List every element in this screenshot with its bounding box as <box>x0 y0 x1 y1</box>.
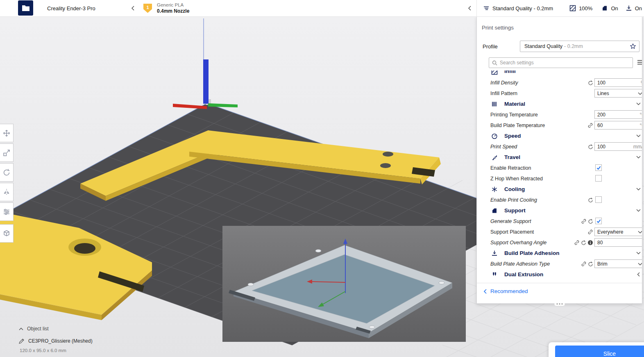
panel-title: Print settings <box>482 25 514 31</box>
setting-checkbox[interactable] <box>595 218 602 224</box>
object-list-panel: Object list CE3PRO_Glissiere (Meshed) 12… <box>19 326 93 353</box>
revert-icon[interactable] <box>588 144 593 150</box>
chevron-down-icon <box>638 263 642 266</box>
slice-button[interactable]: Slice <box>555 346 644 357</box>
setting-row-infill-density[interactable]: Infill Density100% <box>477 77 642 88</box>
move-tool-button[interactable] <box>0 124 14 142</box>
setting-row-icons <box>568 197 593 203</box>
setting-row-print-speed[interactable]: Print Speed100mm/s <box>477 141 642 152</box>
left-toolbar <box>0 124 14 244</box>
setting-row-icons <box>568 143 593 150</box>
object-list-toggle[interactable]: Object list <box>19 326 93 332</box>
z-axis <box>203 59 209 104</box>
chevron-up-icon <box>19 327 23 330</box>
settings-menu-icon[interactable] <box>637 60 642 65</box>
link-icon[interactable] <box>587 123 593 128</box>
print-settings-summary[interactable]: Standard Quality - 0.2mm 100% On On <box>476 0 644 16</box>
star-icon <box>630 43 636 49</box>
info-icon[interactable] <box>587 240 593 246</box>
rotate-tool-button[interactable] <box>0 163 14 182</box>
setting-dropdown[interactable]: Lines <box>594 89 642 98</box>
open-file-button[interactable] <box>18 0 33 16</box>
recommended-button[interactable]: Recommended <box>483 288 528 294</box>
infill-category-icon <box>491 70 498 75</box>
setting-row-enable-print-cooling[interactable]: Enable Print Cooling <box>477 195 642 205</box>
setting-value-field[interactable]: 60°C <box>594 121 642 130</box>
adhesion-category-icon <box>491 250 498 257</box>
material-name: Generic PLA <box>157 2 189 8</box>
revert-icon[interactable] <box>581 240 586 246</box>
setting-row-generate-support[interactable]: Generate Support <box>477 216 642 227</box>
search-placeholder: Search settings <box>500 60 534 66</box>
per-model-settings-button[interactable] <box>0 202 14 221</box>
setting-row-printing-temperature[interactable]: Printing Temperature200°C <box>477 109 642 120</box>
setting-checkbox[interactable] <box>595 196 602 203</box>
setting-value-field[interactable]: 80° <box>594 238 642 247</box>
revert-icon[interactable] <box>588 198 593 203</box>
category-row-adhesion[interactable]: Build Plate Adhesion <box>477 248 642 259</box>
revert-icon[interactable] <box>588 80 593 86</box>
category-row-cooling[interactable]: Cooling <box>477 184 642 195</box>
setting-row-enable-retraction[interactable]: Enable Retraction <box>477 163 642 173</box>
support-blocker-button[interactable] <box>0 224 14 243</box>
object-list-item[interactable]: CE3PRO_Glissiere (Meshed) <box>19 338 93 344</box>
panel-collapse-button[interactable] <box>463 0 476 16</box>
setting-row-build-plate-temperature[interactable]: Build Plate Temperature60°C <box>477 120 642 131</box>
setting-label: Printing Temperature <box>490 112 538 118</box>
profile-dropdown[interactable]: Standard Quality - 0.2mm <box>520 41 639 52</box>
summary-profile: Standard Quality - 0.2mm <box>483 5 553 11</box>
setting-row-build-plate-adhesion-type[interactable]: Build Plate Adhesion TypeBrim <box>477 259 642 269</box>
link-icon[interactable] <box>587 229 593 235</box>
setting-row-support-overhang-angle[interactable]: Support Overhang Angle80° <box>477 237 642 248</box>
search-settings-input[interactable]: Search settings <box>489 57 633 68</box>
category-row-infill[interactable]: Infill <box>477 70 642 77</box>
setting-row-icons <box>568 229 593 235</box>
setting-label: Enable Retraction <box>490 165 531 171</box>
category-label: Dual Extrusion <box>504 271 543 277</box>
setting-label: Print Speed <box>490 144 517 150</box>
setting-value-field[interactable]: 100% <box>594 78 642 87</box>
adhesion-icon <box>626 5 632 11</box>
revert-icon[interactable] <box>588 261 593 267</box>
category-row-travel[interactable]: Travel <box>477 152 642 163</box>
link-icon[interactable] <box>574 240 580 246</box>
chevron-down-icon <box>636 188 641 191</box>
link-icon[interactable] <box>581 261 587 267</box>
rotate-icon <box>2 168 11 177</box>
travel-category-icon <box>491 154 498 161</box>
material-selector[interactable]: 1 Generic PLA 0.4mm Nozzle <box>143 0 189 16</box>
model-preview-inset <box>222 226 466 342</box>
x-axis <box>173 104 207 109</box>
setting-dropdown[interactable]: Everywhere <box>594 227 642 236</box>
move-icon <box>2 129 11 137</box>
search-icon <box>492 60 497 66</box>
folder-icon <box>22 5 30 11</box>
revert-icon[interactable] <box>588 219 593 224</box>
setting-dropdown[interactable]: Brim <box>594 259 642 268</box>
chevron-down-icon <box>638 92 642 95</box>
scale-tool-button[interactable] <box>0 143 14 162</box>
printer-name: Creality Ender-3 Pro <box>47 5 95 11</box>
category-row-material[interactable]: Material <box>477 99 642 109</box>
setting-row-icons <box>568 239 593 246</box>
setting-row-icons <box>568 261 593 267</box>
summary-infill: 100% <box>569 5 592 11</box>
setting-row-support-placement[interactable]: Support PlacementEverywhere <box>477 227 642 237</box>
setting-label: Enable Print Cooling <box>490 197 537 203</box>
setting-checkbox[interactable] <box>595 164 602 171</box>
setting-value-field[interactable]: 200°C <box>594 110 642 119</box>
category-row-speed[interactable]: Speed <box>477 131 642 141</box>
setting-value-field[interactable]: 100mm/s <box>594 142 642 151</box>
print-settings-panel: Print settings Profile Standard Quality … <box>476 16 642 304</box>
category-row-dual[interactable]: Dual Extrusion <box>477 269 642 280</box>
category-row-support[interactable]: Support <box>477 205 642 216</box>
setting-row-z-hop-when-retracted[interactable]: Z Hop When Retracted <box>477 173 642 184</box>
link-icon[interactable] <box>581 218 587 224</box>
setting-checkbox[interactable] <box>595 175 602 182</box>
extruder-badge: 1 <box>143 4 152 13</box>
mirror-tool-button[interactable] <box>0 183 14 201</box>
category-label: Speed <box>504 133 521 139</box>
panel-resize-handle[interactable] <box>554 302 565 306</box>
setting-row-infill-pattern[interactable]: Infill PatternLines <box>477 88 642 99</box>
printer-selector[interactable]: Creality Ender-3 Pro <box>39 0 140 16</box>
